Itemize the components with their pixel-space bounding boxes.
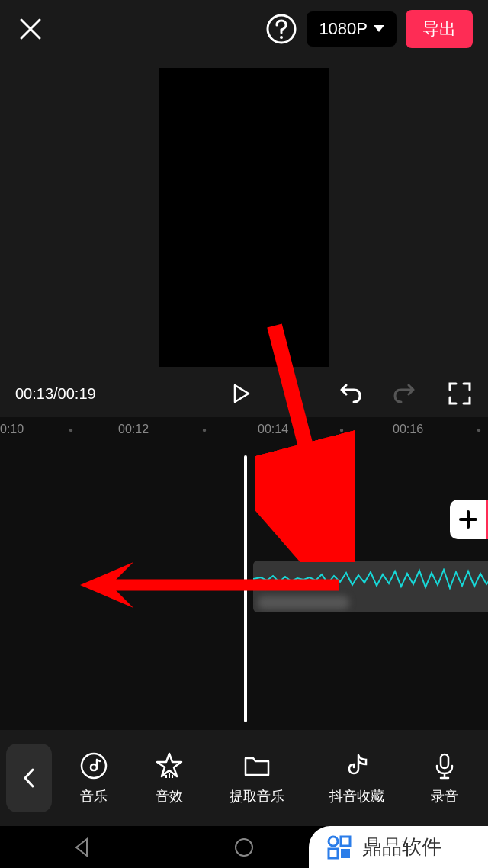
timeline[interactable]: 0:10 ● 00:12 ● 00:14 ● 00:16 ● [0, 417, 488, 730]
svg-rect-9 [329, 849, 338, 858]
svg-point-1 [280, 36, 283, 39]
ruler-mark: 00:12 [118, 423, 149, 436]
watermark-logo-icon [324, 832, 355, 863]
svg-rect-10 [341, 849, 350, 858]
tool-label: 音效 [156, 787, 183, 805]
tool-label: 音乐 [80, 787, 108, 805]
tiktok-icon [342, 751, 372, 781]
ruler-mark: 00:16 [393, 423, 423, 436]
header-bar: 1080P 导出 [0, 0, 488, 57]
tool-label: 提取音乐 [230, 787, 284, 805]
tool-record[interactable]: 录音 [429, 751, 460, 805]
plus-icon [457, 508, 480, 531]
microphone-icon [429, 751, 460, 781]
svg-rect-8 [341, 837, 350, 846]
resolution-button[interactable]: 1080P [307, 11, 396, 47]
tool-music[interactable]: 音乐 [79, 751, 109, 805]
close-icon[interactable] [15, 14, 46, 44]
play-icon[interactable] [230, 382, 252, 405]
tool-label: 抖音收藏 [329, 787, 384, 805]
time-display: 00:13/00:19 [15, 385, 145, 403]
help-icon[interactable] [265, 13, 297, 45]
music-disc-icon [79, 751, 109, 781]
export-button[interactable]: 导出 [406, 10, 473, 48]
watermark-text: 鼎品软件 [362, 834, 441, 860]
tool-label: 录音 [431, 787, 458, 805]
ruler-mark: 0:10 [0, 423, 24, 436]
system-nav-bar: 鼎品软件 [0, 826, 488, 868]
tool-tiktok-favorites[interactable]: 抖音收藏 [329, 751, 384, 805]
playback-controls: 00:13/00:19 [0, 370, 488, 417]
nav-home-icon[interactable] [233, 836, 255, 859]
chevron-down-icon [374, 25, 384, 32]
add-clip-button[interactable] [450, 500, 488, 539]
time-ruler: 0:10 ● 00:12 ● 00:14 ● 00:16 ● [0, 417, 488, 442]
nav-back-icon[interactable] [70, 836, 93, 859]
redo-icon[interactable] [392, 381, 418, 407]
tool-extract-music[interactable]: 提取音乐 [230, 751, 284, 805]
audio-toolbar: 音乐 音效 提取音乐 抖音收藏 录音 [0, 730, 488, 826]
svg-point-7 [329, 837, 338, 846]
star-icon [154, 751, 185, 781]
svg-point-6 [236, 839, 252, 856]
resolution-label: 1080P [319, 19, 368, 39]
fullscreen-icon[interactable] [447, 381, 473, 407]
annotation-arrowhead-down [255, 318, 355, 562]
chevron-left-icon [21, 767, 37, 789]
watermark-badge: 鼎品软件 [309, 826, 488, 868]
folder-icon [242, 751, 272, 781]
tool-sound-effect[interactable]: 音效 [154, 751, 185, 805]
svg-point-4 [82, 754, 106, 778]
svg-rect-5 [441, 754, 448, 768]
toolbar-back-button[interactable] [6, 744, 52, 812]
annotation-arrow-left [80, 555, 347, 616]
preview-area [0, 57, 488, 370]
